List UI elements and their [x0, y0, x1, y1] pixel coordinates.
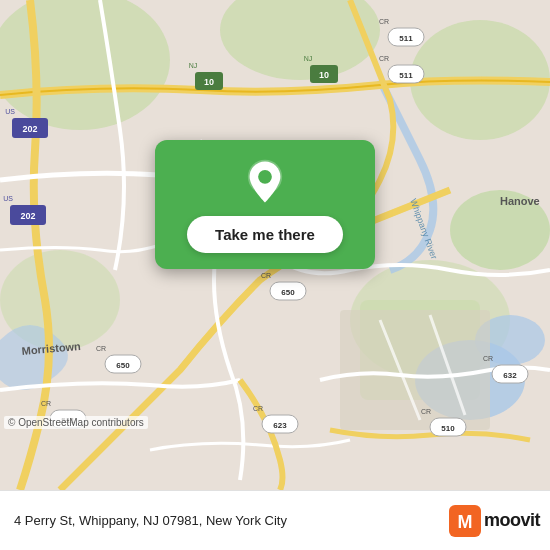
svg-text:202: 202	[22, 124, 37, 134]
svg-text:US: US	[3, 195, 13, 202]
map-container: 10 NJ 10 NJ 202 US 202 US 511 CR 511 CR …	[0, 0, 550, 490]
svg-text:Hanove: Hanove	[500, 195, 540, 207]
svg-text:NJ: NJ	[304, 55, 313, 62]
svg-text:US: US	[5, 108, 15, 115]
svg-text:CR: CR	[483, 355, 493, 362]
svg-text:623: 623	[273, 421, 287, 430]
svg-text:202: 202	[20, 211, 35, 221]
svg-text:CR: CR	[379, 55, 389, 62]
svg-text:510: 510	[441, 424, 455, 433]
svg-text:NJ: NJ	[189, 62, 198, 69]
svg-text:10: 10	[204, 77, 214, 87]
osm-attribution: © OpenStreetMap contributors	[4, 416, 148, 429]
svg-text:650: 650	[116, 361, 130, 370]
svg-point-53	[258, 170, 272, 184]
bottom-bar: 4 Perry St, Whippany, NJ 07981, New York…	[0, 490, 550, 550]
svg-text:511: 511	[399, 34, 413, 43]
svg-text:511: 511	[399, 71, 413, 80]
take-me-there-button[interactable]: Take me there	[187, 216, 343, 253]
svg-text:CR: CR	[379, 18, 389, 25]
location-card: Take me there	[155, 140, 375, 269]
moovit-text: moovit	[484, 510, 540, 531]
svg-text:CR: CR	[421, 408, 431, 415]
svg-text:650: 650	[281, 288, 295, 297]
address-text: 4 Perry St, Whippany, NJ 07981, New York…	[14, 513, 449, 528]
svg-rect-10	[340, 310, 490, 430]
svg-text:M: M	[457, 512, 472, 532]
svg-text:10: 10	[319, 70, 329, 80]
moovit-icon: M	[449, 505, 481, 537]
svg-text:632: 632	[503, 371, 517, 380]
pin-icon	[241, 158, 289, 206]
svg-text:CR: CR	[96, 345, 106, 352]
svg-text:CR: CR	[253, 405, 263, 412]
svg-text:CR: CR	[261, 272, 271, 279]
moovit-logo: M moovit	[449, 505, 540, 537]
svg-text:CR: CR	[41, 400, 51, 407]
